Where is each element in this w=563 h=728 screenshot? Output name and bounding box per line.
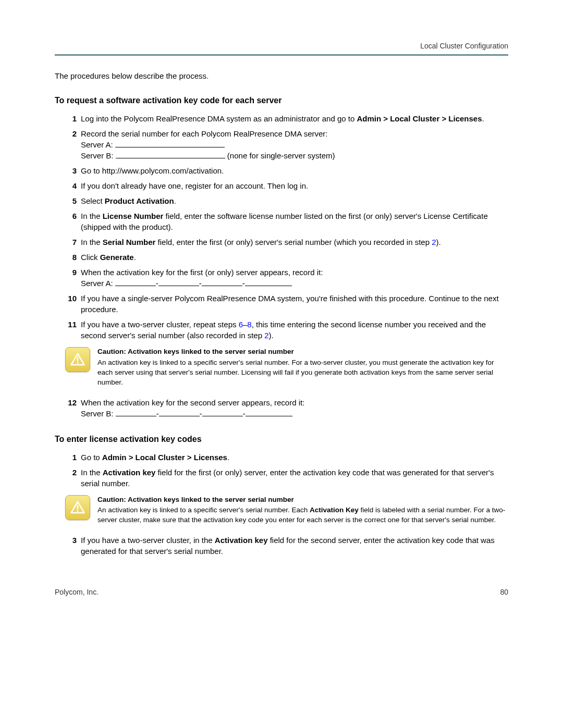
sec2-step-2: 2In the Activation key field for the fir… xyxy=(65,467,508,489)
caution-box-2: Caution: Activation keys linked to the s… xyxy=(65,495,508,526)
step-9-server-a: Server A: --- xyxy=(81,278,508,289)
section2-heading: To enter license activation key codes xyxy=(55,435,508,444)
caution-text-2: An activation key is linked to a specifi… xyxy=(97,505,508,525)
svg-point-3 xyxy=(77,510,79,511)
caution-title-2: Caution: Activation keys linked to the s… xyxy=(97,495,508,505)
caution-icon xyxy=(65,347,90,372)
caution-title-1: Caution: Activation keys linked to the s… xyxy=(97,347,508,357)
step-2-server-b: Server B: (none for single-server system… xyxy=(81,150,508,161)
section1-steps-cont: 12 When the activation key for the secon… xyxy=(65,397,508,419)
svg-point-1 xyxy=(77,362,79,364)
caution-icon xyxy=(65,495,90,520)
section1-steps: 1 Log into the Polycom RealPresence DMA … xyxy=(65,113,508,341)
xref-step-2b[interactable]: 2 xyxy=(264,331,268,340)
caution-box-1: Caution: Activation keys linked to the s… xyxy=(65,347,508,388)
step-11: 11If you have a two-server cluster, repe… xyxy=(65,319,508,341)
step-2: 2 Record the serial number for each Poly… xyxy=(65,128,508,161)
header-section-label: Local Cluster Configuration xyxy=(55,42,508,50)
footer-page-number: 80 xyxy=(500,588,508,596)
step-9: 9 When the activation key for the first … xyxy=(65,267,508,289)
xref-step-2[interactable]: 2 xyxy=(432,238,436,246)
sec2-step-1: 1Go to Admin > Local Cluster > Licenses. xyxy=(65,452,508,463)
caution-body-2: Caution: Activation keys linked to the s… xyxy=(97,495,508,526)
xref-step-6[interactable]: 6 xyxy=(239,320,243,329)
step-8: 8Click Generate. xyxy=(65,252,508,263)
footer-company: Polycom, Inc. xyxy=(55,588,99,596)
intro-text: The procedures below describe the proces… xyxy=(55,71,508,80)
page-footer: Polycom, Inc. 80 xyxy=(55,588,508,596)
step-1: 1 Log into the Polycom RealPresence DMA … xyxy=(65,113,508,124)
step-4: 4If you don't already have one, register… xyxy=(65,180,508,191)
step-1-text: Log into the Polycom RealPresence DMA sy… xyxy=(81,114,484,123)
step-10: 10If you have a single-server Polycom Re… xyxy=(65,293,508,315)
sec2-step-3: 3If you have a two-server cluster, in th… xyxy=(65,535,508,557)
step-5: 5Select Product Activation. xyxy=(65,195,508,206)
server-a-blank xyxy=(115,139,225,147)
step-6: 6In the License Number field, enter the … xyxy=(65,211,508,232)
step-3: 3Go to http://www.polycom.com/activation… xyxy=(65,165,508,176)
step-2-server-a: Server A: xyxy=(81,139,508,150)
caution-text-1: An activation key is linked to a specifi… xyxy=(97,358,508,388)
section1-heading: To request a software activation key cod… xyxy=(55,96,508,105)
caution-body-1: Caution: Activation keys linked to the s… xyxy=(97,347,508,388)
section2-steps-cont: 3If you have a two-server cluster, in th… xyxy=(65,535,508,557)
xref-step-8[interactable]: 8 xyxy=(247,320,251,329)
section2-steps: 1Go to Admin > Local Cluster > Licenses.… xyxy=(65,452,508,489)
step-7: 7In the Serial Number field, enter the f… xyxy=(65,237,508,248)
page-container: Local Cluster Configuration The procedur… xyxy=(0,0,563,617)
step-12-server-b: Server B: --- xyxy=(81,408,508,419)
server-b-blank xyxy=(116,150,225,158)
header-rule xyxy=(55,54,508,56)
step-12: 12 When the activation key for the secon… xyxy=(65,397,508,419)
step-2-text: Record the serial number for each Polyco… xyxy=(81,128,508,139)
